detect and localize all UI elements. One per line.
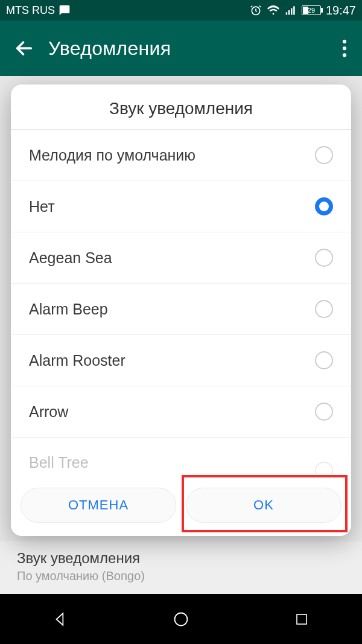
svg-rect-2	[288, 10, 290, 15]
chat-icon	[59, 4, 71, 16]
radio-icon[interactable]	[315, 403, 333, 421]
clock-label: 19:47	[326, 4, 356, 18]
radio-icon[interactable]	[315, 197, 333, 215]
radio-icon[interactable]	[315, 146, 333, 164]
sound-option-label: Alarm Beep	[29, 301, 108, 318]
setting-row-subtitle: По умолчанию (Bongo)	[17, 569, 345, 583]
status-bar: MTS RUS 29 19:47	[0, 0, 362, 21]
dialog-title: Звук уведомления	[11, 84, 351, 130]
radio-icon[interactable]	[315, 300, 333, 318]
sound-option-label: Arrow	[29, 403, 68, 421]
svg-rect-1	[286, 12, 288, 14]
svg-rect-3	[291, 8, 293, 15]
svg-rect-10	[297, 614, 306, 624]
radio-icon[interactable]	[315, 249, 333, 267]
svg-point-7	[343, 46, 346, 50]
wifi-icon	[267, 4, 280, 17]
sound-option[interactable]: Мелодия по умолчанию	[11, 130, 351, 181]
nav-bar	[0, 594, 362, 644]
sound-option[interactable]: Aegean Sea	[11, 232, 351, 284]
ok-button[interactable]: OK	[186, 488, 341, 523]
svg-point-9	[175, 613, 188, 625]
sound-option[interactable]: Нет	[11, 181, 351, 232]
svg-rect-4	[293, 6, 295, 14]
back-button[interactable]	[0, 38, 48, 59]
radio-icon[interactable]	[315, 351, 333, 369]
cancel-button[interactable]: ОТМЕНА	[21, 488, 176, 523]
setting-row-title: Звук уведомления	[17, 550, 345, 567]
sound-option-label: Bell Tree	[29, 454, 89, 471]
sound-option[interactable]: Arrow	[11, 386, 351, 438]
more-button[interactable]	[327, 39, 362, 57]
page-title: Уведомления	[48, 37, 327, 60]
dialog-option-list[interactable]: Мелодия по умолчанию Нет Aegean Sea Alar…	[11, 130, 351, 478]
sound-option[interactable]: Alarm Rooster	[11, 335, 351, 386]
app-bar: Уведомления	[0, 21, 362, 76]
battery-indicator: 29	[302, 5, 321, 15]
dialog-button-row: ОТМЕНА OK	[11, 478, 351, 536]
setting-row-notification-sound[interactable]: Звук уведомления По умолчанию (Bongo)	[0, 541, 362, 594]
carrier-label: MTS RUS	[6, 4, 55, 17]
sound-option-label: Alarm Rooster	[29, 352, 125, 369]
sound-option-label: Мелодия по умолчанию	[29, 147, 195, 164]
signal-icon	[285, 4, 297, 16]
sound-option[interactable]: Alarm Beep	[11, 284, 351, 335]
radio-icon[interactable]	[315, 462, 333, 474]
svg-point-6	[343, 40, 346, 43]
sound-option-label: Aegean Sea	[29, 249, 112, 267]
svg-point-8	[343, 53, 346, 57]
nav-home-button[interactable]	[169, 607, 193, 631]
sound-option[interactable]: Bell Tree	[11, 438, 351, 474]
nav-back-button[interactable]	[48, 607, 72, 631]
nav-recent-button[interactable]	[290, 607, 314, 631]
sound-picker-dialog: Звук уведомления Мелодия по умолчанию Не…	[11, 84, 351, 536]
sound-option-label: Нет	[29, 198, 55, 215]
alarm-icon	[250, 4, 262, 16]
